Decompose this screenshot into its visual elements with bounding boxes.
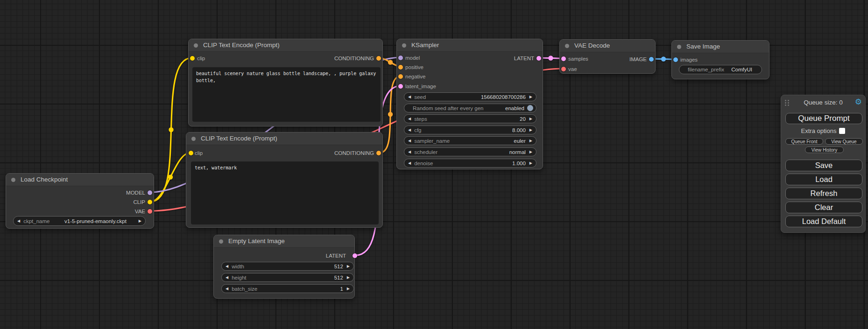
output-port-conditioning[interactable]: CONDITIONING <box>334 55 382 62</box>
widget-random-seed-toggle[interactable]: Random seed after every gen enabled <box>404 104 536 112</box>
input-port-clip[interactable]: clip <box>186 149 203 157</box>
extra-options-checkbox[interactable] <box>839 128 845 134</box>
output-port-conditioning[interactable]: CONDITIONING <box>334 149 382 157</box>
load-button[interactable]: Load <box>785 174 862 185</box>
comfyui-canvas[interactable]: { "colors": { "model": "#B39DDB", "clip"… <box>0 0 868 329</box>
port-dot-latent[interactable] <box>561 56 566 61</box>
port-dot-latent[interactable] <box>536 56 541 61</box>
widget-sampler-name[interactable]: ◀ sampler_name euler ▶ <box>404 136 536 145</box>
widget-steps[interactable]: ◀ steps 20 ▶ <box>404 114 536 123</box>
decrement-arrow-icon[interactable]: ◀ <box>226 265 228 268</box>
port-dot-image[interactable] <box>649 57 654 62</box>
node-save-image[interactable]: Save Image images filename_prefix ComfyU… <box>671 40 769 79</box>
input-port-latent-image[interactable]: latent_image <box>397 83 436 90</box>
widget-width[interactable]: ◀ width 512 ▶ <box>221 262 354 271</box>
output-port-clip[interactable]: CLIP <box>133 198 154 206</box>
collapse-dot-icon[interactable] <box>219 239 223 244</box>
port-dot-model[interactable] <box>398 56 403 60</box>
port-dot-clip[interactable] <box>189 151 193 155</box>
port-label: clip <box>197 56 205 61</box>
port-dot-clip[interactable] <box>190 56 195 61</box>
refresh-button[interactable]: Refresh <box>785 188 862 199</box>
collapse-dot-icon[interactable] <box>191 137 196 141</box>
widget-ckpt-name[interactable]: ◀ ckpt_name v1-5-pruned-emaonly.ckpt ▶ <box>13 216 146 226</box>
input-port-positive[interactable]: positive <box>397 63 423 71</box>
decrement-arrow-icon[interactable]: ◀ <box>17 219 20 223</box>
widget-seed[interactable]: ◀ seed 156680208700286 ▶ <box>404 92 536 101</box>
decrement-arrow-icon[interactable]: ◀ <box>226 276 228 280</box>
port-dot-conditioning[interactable] <box>376 56 381 61</box>
node-ksampler[interactable]: KSampler model positive negative latent_… <box>396 39 543 169</box>
input-port-negative[interactable]: negative <box>397 73 425 80</box>
port-dot-clip[interactable] <box>148 200 152 204</box>
port-dot-image[interactable] <box>673 57 678 62</box>
widget-batch-size[interactable]: ◀ batch_size 1 ▶ <box>221 284 354 293</box>
collapse-dot-icon[interactable] <box>677 45 681 49</box>
increment-arrow-icon[interactable]: ▶ <box>347 276 350 280</box>
collapse-dot-icon[interactable] <box>11 178 15 182</box>
output-port-vae[interactable]: VAE <box>135 208 154 215</box>
input-port-clip[interactable]: clip <box>189 55 205 62</box>
decrement-arrow-icon[interactable]: ◀ <box>408 117 411 121</box>
widget-denoise[interactable]: ◀ denoise 1.000 ▶ <box>404 159 536 168</box>
increment-arrow-icon[interactable]: ▶ <box>529 128 532 132</box>
decrement-arrow-icon[interactable]: ◀ <box>408 139 411 143</box>
output-port-latent[interactable]: LATENT <box>326 252 354 259</box>
port-dot-vae[interactable] <box>148 209 152 214</box>
node-empty-latent-image[interactable]: Empty Latent Image LATENT ◀ width 512 ▶ … <box>213 235 355 299</box>
node-vae-decode[interactable]: VAE Decode samples vae IMAGE <box>559 39 656 74</box>
node-load-checkpoint[interactable]: Load Checkpoint MODEL CLIP VAE ◀ ckpt_na… <box>6 173 154 229</box>
widget-scheduler[interactable]: ◀ scheduler normal ▶ <box>404 147 536 156</box>
negative-prompt-textarea[interactable]: text, watermark <box>191 161 379 224</box>
increment-arrow-icon[interactable]: ▶ <box>347 265 350 268</box>
view-history-button[interactable]: View History <box>805 147 844 153</box>
increment-arrow-icon[interactable]: ▶ <box>139 219 141 223</box>
output-port-model[interactable]: MODEL <box>126 189 154 196</box>
output-port-latent[interactable]: LATENT <box>514 55 543 62</box>
increment-arrow-icon[interactable]: ▶ <box>529 161 532 165</box>
input-port-model[interactable]: model <box>397 54 420 62</box>
positive-prompt-textarea[interactable]: beautiful scenery nature glass bottle la… <box>192 67 381 122</box>
node-title: VAE Decode <box>560 40 655 52</box>
port-dot-latent[interactable] <box>353 253 357 258</box>
panel-header: Queue size: 0 ⚙ <box>781 95 865 110</box>
collapse-dot-icon[interactable] <box>565 44 569 48</box>
collapse-dot-icon[interactable] <box>402 43 406 48</box>
output-port-image[interactable]: IMAGE <box>629 56 655 63</box>
settings-gear-icon[interactable]: ⚙ <box>855 98 862 106</box>
view-queue-button[interactable]: View Queue <box>825 138 863 145</box>
port-dot-conditioning[interactable] <box>398 65 403 70</box>
increment-arrow-icon[interactable]: ▶ <box>529 117 532 121</box>
node-title-label: CLIP Text Encode (Prompt) <box>203 42 280 49</box>
decrement-arrow-icon[interactable]: ◀ <box>226 287 228 291</box>
widget-height[interactable]: ◀ height 512 ▶ <box>221 273 354 282</box>
port-dot-conditioning[interactable] <box>398 74 403 79</box>
node-clip-text-encode-positive[interactable]: CLIP Text Encode (Prompt) clip CONDITION… <box>188 39 383 126</box>
decrement-arrow-icon[interactable]: ◀ <box>408 150 411 154</box>
increment-arrow-icon[interactable]: ▶ <box>529 95 532 99</box>
toggle-enabled-icon[interactable] <box>527 105 533 111</box>
increment-arrow-icon[interactable]: ▶ <box>529 139 532 143</box>
widget-filename-prefix[interactable]: filename_prefix ComfyUI <box>679 65 762 74</box>
clear-button[interactable]: Clear <box>785 202 862 213</box>
port-dot-conditioning[interactable] <box>376 151 381 155</box>
queue-front-button[interactable]: Queue Front <box>785 138 823 145</box>
decrement-arrow-icon[interactable]: ◀ <box>408 128 411 132</box>
increment-arrow-icon[interactable]: ▶ <box>347 287 350 291</box>
decrement-arrow-icon[interactable]: ◀ <box>408 95 411 99</box>
widget-cfg[interactable]: ◀ cfg 8.000 ▶ <box>404 126 536 134</box>
queue-prompt-button[interactable]: Queue Prompt <box>785 113 862 124</box>
node-clip-text-encode-negative[interactable]: CLIP Text Encode (Prompt) clip CONDITION… <box>186 132 383 228</box>
load-default-button[interactable]: Load Default <box>785 216 862 227</box>
input-port-samples[interactable]: samples <box>560 55 588 63</box>
save-button[interactable]: Save <box>785 160 862 171</box>
collapse-dot-icon[interactable] <box>194 43 198 48</box>
increment-arrow-icon[interactable]: ▶ <box>529 150 532 154</box>
input-port-images[interactable]: images <box>672 56 698 63</box>
port-dot-vae[interactable] <box>561 67 566 71</box>
decrement-arrow-icon[interactable]: ◀ <box>408 161 411 165</box>
queue-menu-panel[interactable]: Queue size: 0 ⚙ Queue Prompt Extra optio… <box>781 95 866 233</box>
port-dot-model[interactable] <box>148 190 152 195</box>
input-port-vae[interactable]: vae <box>560 65 577 73</box>
port-dot-latent[interactable] <box>398 84 403 89</box>
